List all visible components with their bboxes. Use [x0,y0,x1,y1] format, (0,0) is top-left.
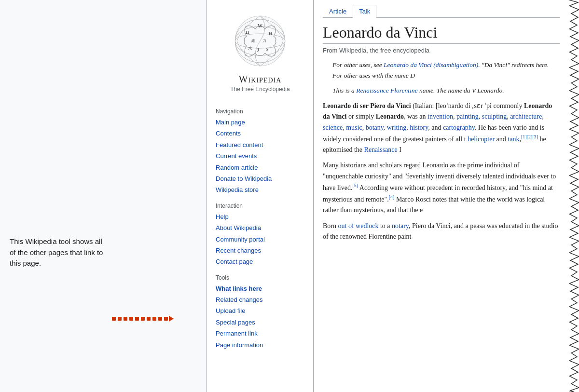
sidebar-item-recent-changes[interactable]: Recent changes [216,245,308,256]
tab-talk[interactable]: Talk [353,5,376,18]
dot-8 [152,317,156,321]
annotation-area: This Wikipedia tool shows all of the oth… [0,231,116,274]
sidebar-item-main-page[interactable]: Main page [216,117,308,128]
sidebar-item-special-pages[interactable]: Special pages [216,317,308,328]
site-name-text: Wikipedia [239,74,282,84]
interaction-header: Interaction [216,203,308,209]
hatnote-2: This is a Renaissance Florentine name. T… [323,85,560,96]
wiki-site-name: Wikipedia [212,74,308,85]
link-history[interactable]: history [410,124,428,131]
tools-header: Tools [216,274,308,281]
svg-text:維: 維 [251,39,255,43]
sidebar-item-store[interactable]: Wikipedia store [216,184,308,195]
annotation-text: This Wikipedia tool shows all of the oth… [10,236,106,269]
link-botany[interactable]: botany [366,124,384,131]
hatnote-1: For other uses, see Leonardo da Vinci (d… [323,60,560,81]
link-architecture[interactable]: architecture [510,113,542,120]
paragraph-1: Leonardo di ser Piero da Vinci (Italian:… [323,101,560,156]
paragraph-2: Many historians and scholars regard Leon… [323,160,560,216]
link-renaissance[interactable]: Renaissance [364,146,398,153]
article-title: Leonardo da Vinci [323,24,560,44]
svg-text:S: S [266,47,268,52]
wiki-sidebar: Ω W И 維 力 J S 水 Wikipedia The Free Encyc… [207,0,313,392]
link-writing[interactable]: writing [387,124,406,131]
sidebar-item-permanent-link[interactable]: Permanent link [216,328,308,339]
dot-7 [147,317,151,321]
wiki-globe: Ω W И 維 力 J S 水 [231,12,289,70]
dot-3 [124,317,127,321]
arrow-head [169,316,174,322]
globe-svg: Ω W И 維 力 J S 水 [231,12,289,70]
dot-1 [112,317,116,321]
sidebar-item-help[interactable]: Help [216,211,308,222]
wiki-content: Article Talk Leonardo da Vinci From Wiki… [313,0,569,392]
sidebar-item-donate[interactable]: Donate to Wikipedia [216,173,308,184]
dot-10 [164,317,168,321]
article-subtitle: From Wikipedia, the free encyclopedia [323,47,560,54]
link-invention[interactable]: invention [427,113,453,120]
link-sculpting[interactable]: sculpting [482,113,507,120]
wiki-logo-area: Ω W И 維 力 J S 水 Wikipedia The Free Encyc… [207,5,313,97]
sidebar-item-community[interactable]: Community portal [216,234,308,245]
tools-section: Tools What links here Related changes Up… [216,274,308,351]
sidebar-item-page-information[interactable]: Page information [216,339,308,351]
navigation-header: Navigation [216,108,308,115]
wiki-tagline: The Free Encyclopedia [212,86,308,93]
arrow-dots [112,317,168,321]
link-cartography[interactable]: cartography [443,124,475,131]
sidebar-item-contact[interactable]: Contact page [216,256,308,267]
sidebar-item-related-changes[interactable]: Related changes [216,294,308,305]
svg-text:W: W [258,23,262,28]
paragraph-3: Born out of wedlock to a notary, Piero d… [323,221,560,243]
dot-2 [118,317,122,321]
wikipedia-panel: Ω W И 維 力 J S 水 Wikipedia The Free Encyc… [207,0,579,392]
link-painting[interactable]: painting [456,113,479,120]
sidebar-item-what-links-here[interactable]: What links here [216,283,308,294]
sidebar-navigation: Navigation Main page Contents Featured c… [207,97,313,351]
link-out-of-wedlock[interactable]: out of wedlock [338,222,379,230]
link-tank[interactable]: tank [508,135,519,143]
link-notary[interactable]: notary [392,222,409,230]
sidebar-item-random-article[interactable]: Random article [216,162,308,173]
tab-article[interactable]: Article [323,5,353,18]
sidebar-item-current-events[interactable]: Current events [216,150,308,162]
link-music[interactable]: music [346,124,362,131]
link-helicopter[interactable]: helicopter [468,135,495,143]
dot-6 [141,317,145,321]
link-renaissance-florentine[interactable]: Renaissance Florentine [356,87,417,94]
torn-edge [569,0,579,392]
svg-text:水: 水 [248,46,252,51]
svg-text:力: 力 [262,39,266,43]
article-body: For other uses, see Leonardo da Vinci (d… [323,60,560,242]
arrow-indicator [112,316,174,322]
svg-text:Ω: Ω [246,30,249,35]
svg-text:И: И [269,31,272,36]
svg-text:J: J [257,47,259,53]
dot-4 [129,317,133,321]
link-disambiguation[interactable]: Leonardo da Vinci (disambiguation) [384,61,478,68]
link-science[interactable]: science [323,124,343,131]
sidebar-item-upload-file[interactable]: Upload file [216,305,308,316]
sidebar-item-contents[interactable]: Contents [216,128,308,139]
sidebar-item-about[interactable]: About Wikipedia [216,222,308,233]
sidebar-item-featured-content[interactable]: Featured content [216,139,308,150]
dot-9 [158,317,162,321]
dot-5 [135,317,139,321]
wiki-tabs: Article Talk [323,5,560,18]
